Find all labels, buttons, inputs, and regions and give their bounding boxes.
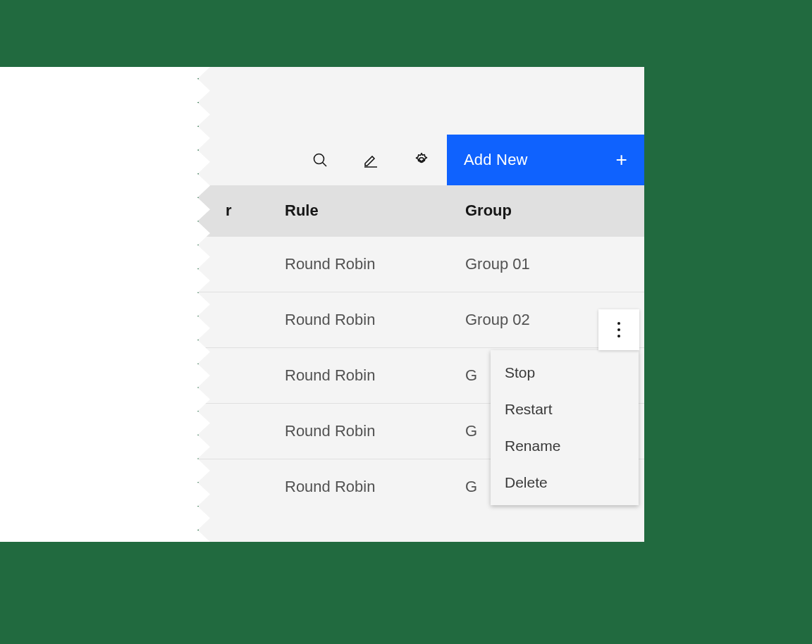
cell-rule: Round Robin xyxy=(285,255,465,273)
cell-rule: Round Robin xyxy=(285,478,465,496)
column-header-group[interactable]: Group xyxy=(465,202,644,220)
svg-point-0 xyxy=(314,154,324,164)
context-menu-item-delete[interactable]: Delete xyxy=(491,464,639,501)
svg-line-1 xyxy=(323,163,326,166)
column-header-rule[interactable]: Rule xyxy=(285,202,465,220)
toolbar-icon-group xyxy=(186,135,447,185)
cell-group: Group 01 xyxy=(465,255,644,273)
context-menu-item-rename[interactable]: Rename xyxy=(491,428,639,464)
cell-rule: Round Robin xyxy=(285,366,465,385)
add-new-button[interactable]: Add New + xyxy=(447,135,644,185)
table-row[interactable]: Round Robin Group 01 xyxy=(186,236,644,292)
cell-rule: Round Robin xyxy=(285,311,465,329)
add-new-label: Add New xyxy=(464,151,528,169)
context-menu: Stop Restart Rename Delete xyxy=(491,350,639,505)
search-icon[interactable] xyxy=(295,135,345,185)
context-menu-item-restart[interactable]: Restart xyxy=(491,391,639,428)
overflow-menu-button[interactable] xyxy=(598,309,639,350)
kebab-icon xyxy=(617,321,620,340)
context-menu-item-stop[interactable]: Stop xyxy=(491,354,639,391)
plus-icon: + xyxy=(615,150,627,170)
stage: Add New + r Rule Group Round Robin Group… xyxy=(0,0,812,644)
edit-icon[interactable] xyxy=(345,135,396,185)
toolbar: Add New + xyxy=(186,135,644,185)
table-header-row: r Rule Group xyxy=(186,185,644,236)
table-row[interactable]: Round Robin Group 02 xyxy=(186,292,644,347)
settings-icon[interactable] xyxy=(396,135,447,185)
torn-white-sheet xyxy=(0,67,210,542)
cell-rule: Round Robin xyxy=(285,422,465,440)
